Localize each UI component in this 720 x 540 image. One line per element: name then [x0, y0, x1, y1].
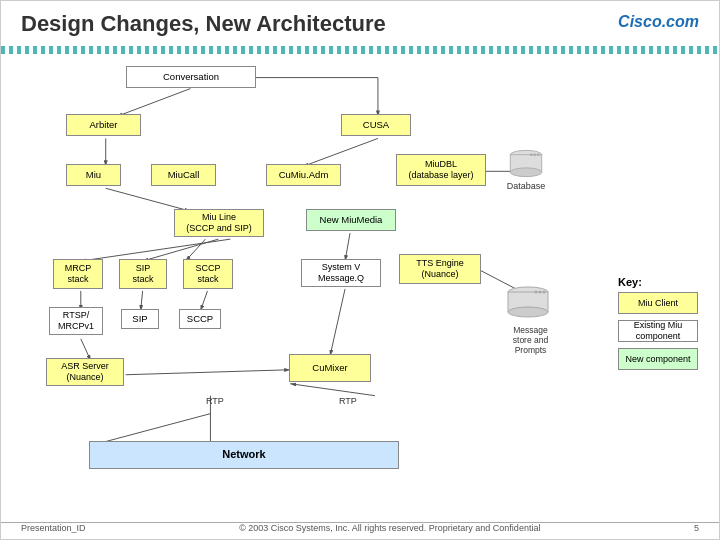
svg-point-26	[530, 153, 533, 156]
footer-center: © 2003 Cisco Systems, Inc. All rights re…	[239, 523, 540, 533]
box-network: Network	[89, 441, 399, 469]
slide: Design Changes, New Architecture Cisco.c…	[0, 0, 720, 540]
key-section: Key: Miu Client Existing Miucomponent Ne…	[618, 276, 704, 376]
cisco-logo: Cisco.com	[618, 13, 699, 31]
key-item-new: New component	[618, 348, 704, 370]
svg-line-17	[330, 289, 345, 356]
key-box-new: New component	[618, 348, 698, 370]
key-item-existing: Existing Miucomponent	[618, 320, 704, 342]
key-title: Key:	[618, 276, 704, 288]
box-systemv: System V Message.Q	[301, 259, 381, 287]
svg-point-33	[539, 291, 542, 294]
box-cusa: CUSA	[341, 114, 411, 136]
box-miucall: MiuCall	[151, 164, 216, 186]
footer: Presentation_ID © 2003 Cisco Systems, In…	[1, 522, 719, 533]
footer-right: 5	[694, 523, 699, 533]
key-box-miu-client: Miu Client	[618, 292, 698, 314]
slide-title: Design Changes, New Architecture	[21, 11, 386, 37]
svg-point-31	[508, 307, 548, 317]
diagram-area: Conversation Arbiter CUSA Miu MiuCall Cu…	[11, 56, 709, 511]
svg-line-2	[117, 89, 191, 117]
svg-line-9	[186, 239, 206, 261]
svg-point-27	[533, 153, 536, 156]
key-box-existing: Existing Miucomponent	[618, 320, 698, 342]
box-sip-stack: SIP stack	[119, 259, 167, 289]
box-cumixer: CuMixer	[289, 354, 371, 382]
box-arbiter: Arbiter	[66, 114, 141, 136]
box-sccp-stack: SCCP stack	[183, 259, 233, 289]
box-asr-server: ASR Server (Nuance)	[46, 358, 124, 386]
box-mrcp-stack: MRCP stack	[53, 259, 103, 289]
svg-line-21	[290, 384, 375, 396]
box-cumiu-adm: CuMiu.Adm	[266, 164, 341, 186]
svg-line-19	[126, 370, 291, 375]
svg-point-28	[537, 153, 540, 156]
box-sip-label: SIP	[121, 309, 159, 329]
svg-point-34	[543, 291, 546, 294]
key-item-miu-client: Miu Client	[618, 292, 704, 314]
svg-point-25	[510, 168, 542, 177]
footer-left: Presentation_ID	[21, 523, 86, 533]
box-tts-engine: TTS Engine (Nuance)	[399, 254, 481, 284]
box-miu: Miu	[66, 164, 121, 186]
svg-line-8	[106, 188, 191, 211]
box-miudbl: MiuDBL (database layer)	[396, 154, 486, 186]
database-icon: Database	[501, 146, 551, 191]
box-new-miumedia: New MiuMedia	[306, 209, 396, 231]
rtp-label-left: RTP	[206, 396, 224, 406]
svg-line-11	[81, 239, 231, 261]
svg-line-13	[200, 291, 207, 311]
box-sccp-label: SCCP	[179, 309, 221, 329]
teal-bar	[1, 46, 719, 54]
rtp-label-right: RTP	[339, 396, 357, 406]
svg-point-32	[535, 291, 538, 294]
box-conversation: Conversation	[126, 66, 256, 88]
svg-line-16	[345, 233, 350, 261]
svg-line-10	[143, 239, 219, 261]
message-store-icon: Message store andPrompts	[503, 284, 558, 326]
svg-line-6	[303, 138, 378, 166]
box-miu-line: Miu Line (SCCP and SIP)	[174, 209, 264, 237]
box-rtsp-mrcp: RTSP/ MRCPv1	[49, 307, 103, 335]
svg-line-12	[141, 291, 143, 311]
